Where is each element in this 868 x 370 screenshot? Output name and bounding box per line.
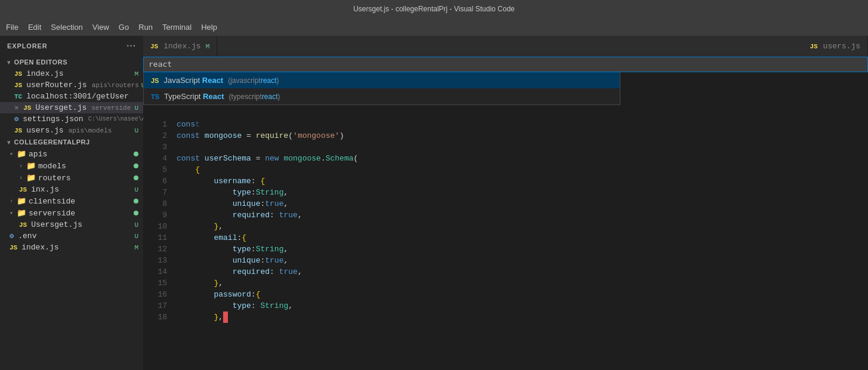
badge-m: M [134, 70, 138, 78]
tab-badge: M [206, 43, 210, 50]
menu-help[interactable]: Help [201, 23, 217, 32]
badge-u: U [134, 186, 138, 193]
folder-label: clientside [29, 197, 75, 206]
line-num: 6 [148, 175, 167, 187]
code-line: const mongoose = require('mongoose') [172, 130, 868, 141]
code-line: required: true, [172, 209, 868, 221]
line-num: 16 [148, 289, 167, 300]
tab-index-js[interactable]: JS index.js M [143, 36, 217, 57]
open-editor-usersget[interactable]: ✕ JS Usersget.js serverside U [0, 102, 143, 113]
menu-bar: File Edit Selection View Go Run Terminal… [0, 18, 868, 36]
language-picker: JS JavaScript React (javascriptreact) TS… [143, 57, 868, 105]
code-line [172, 141, 868, 153]
ts-lang-icon: TS [151, 93, 159, 100]
line-num: 4 [148, 153, 167, 164]
badge-u: U [134, 221, 138, 229]
open-editor-userrouter[interactable]: JS userRouter.js apis\routers U [0, 79, 143, 91]
dot-badge [134, 175, 138, 180]
code-content[interactable]: const const mongoose = require('mongoose… [172, 118, 868, 370]
folder-label: routers [38, 174, 71, 183]
file-inx[interactable]: JS inx.js U [0, 184, 143, 195]
line-numbers: 1 2 3 4 5 6 7 8 9 10 11 12 13 14 15 16 1… [143, 118, 172, 370]
code-line: email:{ [172, 232, 868, 243]
line-num: 14 [148, 266, 167, 278]
js-icon: JS [150, 43, 158, 50]
folder-label: serverside [29, 209, 75, 218]
menu-view[interactable]: View [92, 23, 109, 32]
file-path: C:\Users\nasee\AppData\Roamin... [88, 116, 143, 122]
folder-apis[interactable]: ▾ 📁 apis [0, 148, 143, 160]
code-line: const [172, 119, 868, 130]
lang-option-javascript-react[interactable]: JS JavaScript React (javascriptreact) [144, 72, 620, 88]
code-line: unique:true, [172, 255, 868, 266]
js-icon: JS [19, 186, 27, 193]
explorer-more[interactable]: ··· [126, 41, 136, 51]
folder-serverside[interactable]: ▾ 📁 serverside [0, 207, 143, 219]
js-lang-icon: JS [151, 77, 159, 84]
menu-selection[interactable]: Selection [51, 23, 82, 32]
file-label: userRouter.js [26, 81, 87, 90]
menu-terminal[interactable]: Terminal [162, 23, 191, 32]
open-editor-users[interactable]: JS users.js apis\models U [0, 125, 143, 136]
js-icon: JS [14, 127, 22, 134]
menu-go[interactable]: Go [119, 23, 129, 32]
line-num: 5 [148, 164, 167, 175]
folder-icon: 📁 [17, 196, 26, 206]
file-label: localhost:3001/getUser [26, 92, 129, 101]
chevron-icon: ▾ [10, 150, 13, 158]
file-label: users.js [26, 126, 63, 135]
close-icon[interactable]: ✕ [14, 103, 18, 112]
code-line: username: { [172, 175, 868, 187]
badge-u: U [134, 127, 138, 134]
code-line: required: true, [172, 266, 868, 278]
file-path: serverside [91, 104, 131, 112]
file-env[interactable]: ⚙ .env U [0, 230, 143, 242]
line-num: 18 [148, 312, 167, 323]
badge-u: U [134, 233, 138, 240]
open-editor-settings[interactable]: ⚙ settings.json C:\Users\nasee\AppData\R… [0, 113, 143, 125]
file-label: Usersget.js [35, 103, 87, 112]
file-usersget[interactable]: JS Usersget.js U [0, 219, 143, 230]
folder-routers[interactable]: › 📁 routers [0, 172, 143, 184]
open-editor-localhost[interactable]: TC localhost:3001/getUser [0, 91, 143, 102]
gear-icon: ⚙ [10, 232, 14, 240]
folder-clientside[interactable]: › 📁 clientside [0, 195, 143, 207]
tab-bar: JS index.js M JS users.js [143, 36, 868, 57]
folder-models[interactable]: › 📁 models [0, 160, 143, 172]
lang-option-typescript-react[interactable]: TS TypeScript React (typescriptreact) [144, 88, 620, 104]
folder-icon: 📁 [26, 173, 36, 183]
explorer-header: EXPLORER ··· [0, 36, 143, 56]
lang-id-ts-react: (typescriptreact) [229, 92, 280, 101]
tab-users-js[interactable]: JS users.js [802, 36, 868, 57]
line-num: 17 [148, 300, 167, 312]
file-path: apis\routers [92, 82, 139, 89]
code-line: unique:true, [172, 198, 868, 209]
js-icon: JS [10, 244, 17, 251]
code-line: type:String, [172, 243, 868, 255]
menu-edit[interactable]: Edit [28, 23, 41, 32]
dot-badge [134, 152, 138, 156]
folder-label: models [38, 162, 66, 171]
menu-run[interactable]: Run [138, 23, 153, 32]
js-icon: JS [14, 70, 22, 78]
file-label: .env [18, 232, 36, 240]
line-num: 7 [148, 187, 167, 198]
menu-file[interactable]: File [6, 23, 18, 32]
line-num: 2 [148, 130, 167, 141]
dot-badge [134, 211, 138, 215]
open-editors-section[interactable]: ▾ OPEN EDITORS [0, 56, 143, 68]
folder-icon: 📁 [17, 149, 26, 159]
js-icon: JS [14, 82, 22, 89]
language-search-input[interactable] [149, 60, 863, 69]
gear-icon: ⚙ [14, 115, 18, 124]
code-line: }, [172, 278, 868, 289]
title-text: Usersget.js - collegeRentalPrj - Visual … [353, 5, 515, 13]
project-section[interactable]: ▾ COLLEGERENTALPRJ [0, 136, 143, 148]
file-index-root[interactable]: JS index.js M [0, 242, 143, 253]
file-path: apis\models [69, 127, 112, 134]
code-line: { [172, 164, 868, 175]
folder-icon: 📁 [26, 161, 36, 171]
open-editor-index-js[interactable]: JS index.js M [0, 68, 143, 79]
badge-u: U [134, 104, 138, 112]
project-label: COLLEGERENTALPRJ [14, 138, 90, 146]
